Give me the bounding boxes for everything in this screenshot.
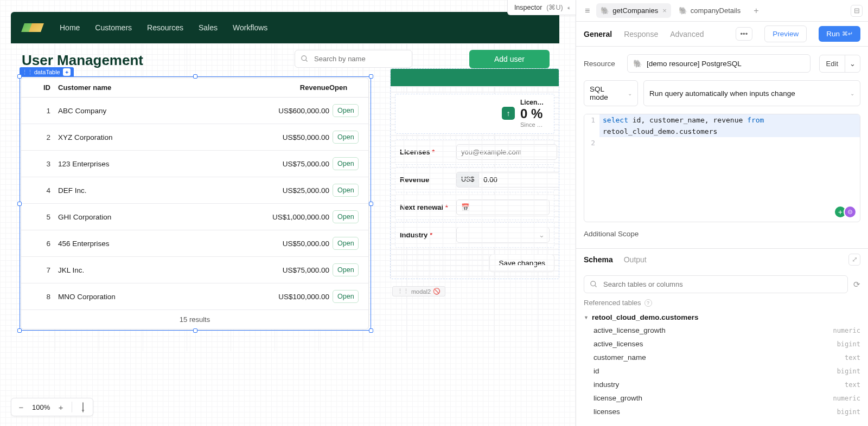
resource-edit[interactable]: Edit ⌄	[819, 55, 860, 73]
selected-component[interactable]: ⋮⋮ dataTable ✦ ID Cu	[21, 78, 370, 330]
table-row[interactable]: 7JKL Inc.US$75,000.00Open	[21, 257, 368, 283]
nav-sales[interactable]: Sales	[199, 23, 218, 32]
search-input[interactable]	[313, 54, 406, 63]
open-button[interactable]: Open	[333, 237, 359, 250]
nav-resources[interactable]: Resources	[147, 23, 183, 32]
zoom-out-button[interactable]: −	[15, 401, 28, 414]
open-button[interactable]: Open	[333, 104, 359, 117]
resize-handle[interactable]	[369, 328, 373, 333]
table-row[interactable]: 4DEF Inc.US$25,000.00Open	[21, 177, 368, 204]
inspector-toggle[interactable]: Inspector (⌘U) ‹‹	[507, 0, 576, 15]
chevron-down-icon: ⌄	[850, 91, 854, 96]
resize-handle[interactable]	[17, 328, 22, 333]
schema-search-wrap[interactable]	[584, 275, 848, 293]
kpi-widget[interactable]: ↑ Licen… 0 % Since …	[395, 94, 554, 134]
sql-line-1[interactable]: select id, customer_name, revenue from	[599, 114, 767, 126]
open-button[interactable]: Open	[333, 184, 359, 197]
revenue-row[interactable]: Revenue US$ ▲▼	[395, 167, 554, 192]
column-name: active_license_growth	[593, 326, 833, 334]
data-table[interactable]: ID Customer name Revenue Open 1ABC Compa…	[21, 78, 369, 330]
close-icon[interactable]: ×	[662, 7, 667, 15]
subtab-general[interactable]: General	[584, 30, 612, 38]
open-button[interactable]: Open	[333, 157, 359, 170]
additional-scope-label: Additional Scope	[584, 230, 860, 238]
table-row[interactable]: 8MNO CorporationUS$100,000.00Open	[21, 283, 368, 310]
info-icon[interactable]: ?	[644, 299, 652, 307]
subtab-response[interactable]: Response	[624, 30, 658, 38]
table-row[interactable]: 1ABC CompanyUS$600,000.00Open	[21, 98, 368, 124]
licenses-input[interactable]	[456, 144, 557, 160]
schema-column[interactable]: industrytext	[584, 378, 860, 391]
industry-select[interactable]: ⌄	[456, 227, 550, 243]
add-user-button[interactable]: Add user	[469, 50, 550, 68]
schema-column[interactable]: license_growthnumeric	[584, 391, 860, 405]
table-row[interactable]: 3123 EnterprisesUS$75,000.00Open	[21, 151, 368, 177]
schema-column[interactable]: customer_nametext	[584, 351, 860, 364]
table-row[interactable]: 6456 EnterprisesUS$50,000.00Open	[21, 230, 368, 257]
more-button[interactable]: •••	[736, 27, 753, 41]
table-row[interactable]: 2XYZ CorporationUS$50,000.00Open	[21, 124, 368, 151]
cell-id: 4	[28, 186, 58, 195]
revenue-prefix: US$	[456, 172, 478, 188]
selection-tag[interactable]: ⋮⋮ dataTable ✦	[20, 67, 74, 77]
sparkle-icon[interactable]: ✦	[63, 68, 71, 76]
expand-icon[interactable]: ⤢	[848, 254, 860, 266]
preview-button[interactable]: Preview	[764, 25, 807, 42]
save-button[interactable]: Save changes	[489, 254, 554, 272]
schema-column[interactable]: idbigint	[584, 364, 860, 378]
sql-line-1b[interactable]: retool_cloud_demo.customers	[599, 126, 720, 137]
refresh-icon[interactable]: ⟳	[853, 280, 860, 289]
cell-name: XYZ Corporation	[58, 133, 253, 141]
open-button[interactable]: Open	[333, 210, 359, 223]
subtab-output[interactable]: Output	[624, 255, 647, 264]
sql-mode-select[interactable]: SQL mode ⌄	[584, 80, 638, 106]
col-revenue[interactable]: Revenue	[253, 83, 329, 92]
column-name: industry	[593, 380, 845, 389]
ai-chat-icon[interactable]: ☺	[844, 205, 857, 218]
open-button[interactable]: Open	[333, 263, 359, 276]
run-button[interactable]: Run ⌘↵	[819, 26, 860, 42]
schema-search-input[interactable]	[602, 280, 842, 289]
search-input-wrap[interactable]	[295, 50, 412, 68]
sql-editor[interactable]: 1 select id, customer_name, revenue from…	[584, 114, 860, 222]
line-number: 2	[584, 137, 599, 149]
resource-select[interactable]: 🐘 [demo resource] PostgreSQL	[627, 54, 810, 73]
tab-companydetails[interactable]: 🐘 companyDetails	[674, 3, 745, 18]
modal-chip[interactable]: ⋮⋮ modal2 🚫	[392, 286, 445, 296]
detail-card[interactable]: ↑ Licen… 0 % Since … Licenses * Revenue	[390, 68, 559, 279]
schema-column[interactable]: active_license_growthnumeric	[584, 324, 860, 337]
zoom-in-button[interactable]: +	[54, 401, 67, 414]
resize-handle[interactable]	[369, 74, 373, 79]
licenses-row[interactable]: Licenses *	[395, 139, 554, 165]
subtab-advanced[interactable]: Advanced	[670, 30, 704, 38]
nav-home[interactable]: Home	[60, 23, 80, 32]
col-name[interactable]: Customer name	[58, 83, 253, 92]
schema-column[interactable]: licensesbigint	[584, 405, 860, 418]
renewal-row[interactable]: Next renewal * 📅	[395, 195, 554, 220]
collapse-icon[interactable]: ⊟	[851, 5, 863, 17]
schema-column[interactable]: active_licensesbigint	[584, 337, 860, 351]
cell-id: 8	[28, 293, 58, 301]
sql-line-2[interactable]	[599, 137, 606, 149]
open-button[interactable]: Open	[333, 290, 359, 303]
open-button[interactable]: Open	[333, 131, 359, 144]
schema-table[interactable]: ▼ retool_cloud_demo.customers	[584, 311, 860, 324]
tab-getcompanies[interactable]: 🐘 getCompanies ×	[596, 3, 671, 18]
resize-handle[interactable]	[369, 202, 373, 206]
add-tab-button[interactable]: +	[748, 6, 764, 16]
renewal-input[interactable]: 📅	[456, 199, 550, 215]
industry-row[interactable]: Industry * ⌄	[395, 222, 554, 248]
nav-customers[interactable]: Customers	[95, 23, 132, 32]
chevron-down-icon[interactable]: ⌄	[845, 55, 860, 72]
caret-down-icon[interactable]: ▼	[584, 315, 589, 320]
subtab-schema[interactable]: Schema	[584, 255, 613, 264]
column-type: numeric	[833, 395, 860, 402]
col-action[interactable]: Open	[329, 83, 362, 92]
run-trigger-select[interactable]: Run query automatically when inputs chan…	[643, 80, 860, 106]
device-preview-button[interactable]	[76, 401, 90, 414]
revenue-input[interactable]	[478, 172, 559, 188]
col-id[interactable]: ID	[28, 83, 58, 92]
table-row[interactable]: 5GHI CorporationUS$1,000,000.00Open	[21, 204, 368, 230]
nav-workflows[interactable]: Workflows	[233, 23, 267, 32]
hamburger-icon[interactable]: ≡	[582, 6, 593, 16]
